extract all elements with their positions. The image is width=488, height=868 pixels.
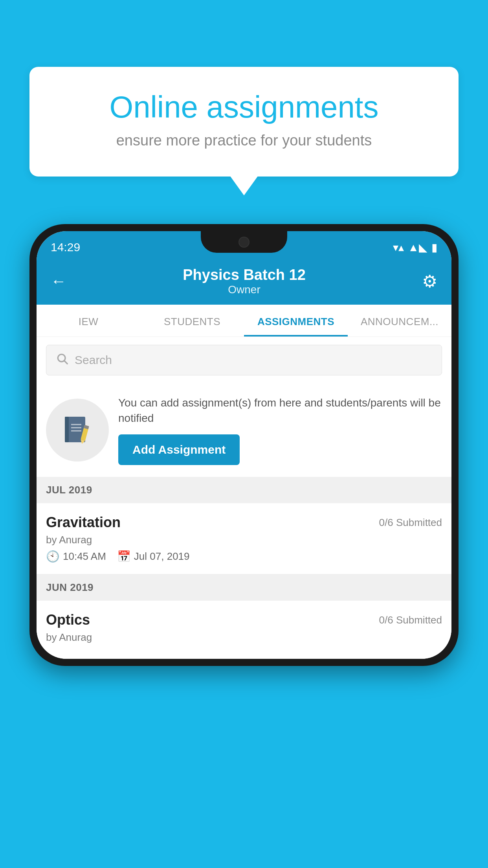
settings-icon[interactable]: ⚙	[422, 271, 437, 291]
assignment-by-gravitation: by Anurag	[46, 534, 442, 546]
signal-icon: ▲◣	[408, 241, 427, 254]
status-time: 14:29	[51, 241, 80, 254]
assignment-submitted-optics: 0/6 Submitted	[379, 614, 442, 626]
tab-bar: IEW STUDENTS ASSIGNMENTS ANNOUNCEM...	[37, 305, 451, 337]
search-icon	[56, 352, 68, 368]
section-header-jun: JUN 2019	[37, 574, 451, 601]
wifi-icon: ▾▴	[393, 241, 404, 254]
speech-bubble-wrapper: Online assignments ensure more practice …	[29, 67, 459, 177]
assignment-date-item: 📅 Jul 07, 2019	[117, 550, 190, 563]
tab-assignments[interactable]: ASSIGNMENTS	[244, 305, 348, 337]
speech-bubble: Online assignments ensure more practice …	[29, 67, 459, 177]
tab-iew[interactable]: IEW	[37, 305, 140, 337]
speech-bubble-subtitle: ensure more practice for your students	[57, 132, 431, 149]
assignment-header-optics: Optics 0/6 Submitted	[46, 612, 442, 628]
search-placeholder: Search	[75, 353, 112, 367]
svg-line-1	[64, 361, 67, 364]
tab-students[interactable]: STUDENTS	[140, 305, 244, 337]
assignment-submitted-gravitation: 0/6 Submitted	[379, 517, 442, 529]
assignment-time: 10:45 AM	[63, 550, 106, 563]
header-title: Physics Batch 12	[183, 267, 306, 283]
tab-announcements[interactable]: ANNOUNCEM...	[348, 305, 451, 337]
phone-wrapper: 14:29 ▾▴ ▲◣ ▮ ← Physics Batch 12 Owner ⚙…	[29, 224, 459, 868]
phone-notch	[201, 231, 287, 253]
assignment-meta-gravitation: 🕙 10:45 AM 📅 Jul 07, 2019	[46, 550, 442, 563]
assignment-name-gravitation: Gravitation	[46, 514, 121, 531]
search-bar[interactable]: Search	[46, 345, 442, 375]
assignment-item-gravitation[interactable]: Gravitation 0/6 Submitted by Anurag 🕙 10…	[37, 503, 451, 574]
header-subtitle: Owner	[183, 283, 306, 296]
notebook-icon	[61, 414, 94, 447]
assignment-by-optics: by Anurag	[46, 631, 442, 644]
section-header-jul: JUL 2019	[37, 477, 451, 503]
speech-bubble-title: Online assignments	[57, 90, 431, 124]
assignment-item-optics[interactable]: Optics 0/6 Submitted by Anurag	[37, 601, 451, 659]
assignment-header-gravitation: Gravitation 0/6 Submitted	[46, 514, 442, 531]
header-center: Physics Batch 12 Owner	[183, 267, 306, 296]
assignment-date: Jul 07, 2019	[134, 550, 190, 563]
assignment-time-item: 🕙 10:45 AM	[46, 550, 106, 563]
phone-outer: 14:29 ▾▴ ▲◣ ▮ ← Physics Batch 12 Owner ⚙…	[29, 224, 459, 666]
search-container: Search	[37, 337, 451, 383]
app-header: ← Physics Batch 12 Owner ⚙	[37, 259, 451, 305]
section-label-jun: JUN 2019	[46, 581, 94, 593]
back-button[interactable]: ←	[51, 272, 66, 290]
svg-rect-3	[65, 417, 69, 442]
battery-icon: ▮	[431, 241, 437, 254]
status-icons: ▾▴ ▲◣ ▮	[393, 241, 437, 254]
add-assignment-button[interactable]: Add Assignment	[118, 434, 240, 465]
assignment-info-desc: You can add assignment(s) from here and …	[118, 395, 442, 426]
assignment-info-text: You can add assignment(s) from here and …	[118, 395, 442, 465]
clock-icon: 🕙	[46, 550, 60, 563]
phone-screen: 14:29 ▾▴ ▲◣ ▮ ← Physics Batch 12 Owner ⚙…	[37, 231, 451, 659]
calendar-icon: 📅	[117, 550, 131, 563]
notch-camera	[238, 237, 250, 248]
notebook-icon-circle	[46, 399, 109, 462]
section-label-jul: JUL 2019	[46, 484, 92, 496]
assignment-name-optics: Optics	[46, 612, 90, 628]
assignment-promo-card: You can add assignment(s) from here and …	[37, 383, 451, 477]
